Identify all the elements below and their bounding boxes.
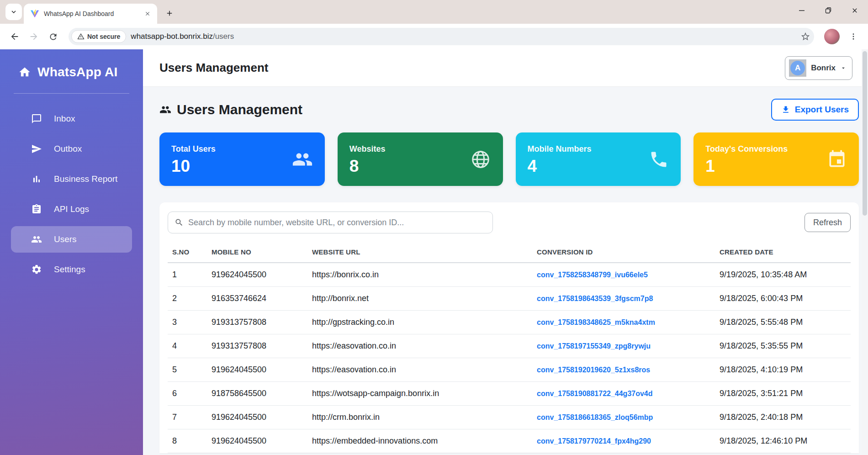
send-icon (31, 143, 42, 154)
globe-icon (470, 149, 491, 170)
close-window-button[interactable] (842, 0, 868, 21)
col-header-website: WEBSITE URL (307, 243, 532, 263)
conversion-link[interactable]: conv_1758198348625_m5kna4xtm (537, 318, 655, 326)
cell-created: 9/18/2025, 12:46:10 PM (715, 429, 851, 453)
table-row: 7 919624045500 http://crm.bonrix.in conv… (168, 405, 851, 429)
tab-search-button[interactable] (5, 4, 22, 20)
tab-close-icon[interactable] (143, 9, 153, 19)
cell-created: 9/18/2025, 3:51:21 PM (715, 381, 851, 405)
browser-toolbar: Not secure whatsapp-bot.bonrix.biz/users (0, 24, 868, 49)
scrollbar-thumb[interactable] (863, 51, 867, 216)
url-host: whatsapp-bot.bonrix.biz (131, 32, 213, 41)
users-icon (31, 234, 42, 245)
conversion-link[interactable]: conv_1758258348799_ivu66ele5 (537, 271, 648, 279)
search-row: Refresh (168, 212, 851, 233)
address-bar[interactable]: Not secure whatsapp-bot.bonrix.biz/users (69, 28, 814, 45)
stat-card-total-users: Total Users 10 (159, 132, 325, 186)
scrollbar[interactable] (862, 49, 868, 455)
users-table: S.NO MOBILE NO WEBSITE URL CONVERSION ID… (168, 243, 851, 453)
cell-mobile: 919624045500 (207, 429, 307, 453)
cell-conversion: conv_1758179770214_fpx4hg290 (532, 429, 715, 453)
cell-conversion: conv_1758197155349_zpg8rywju (532, 334, 715, 358)
table-row: 8 919624045500 https://embedded-innovati… (168, 429, 851, 453)
sidebar-item-inbox[interactable]: Inbox (11, 106, 132, 132)
table-row: 1 919624045500 https://bonrix.co.in conv… (168, 263, 851, 286)
conversion-link[interactable]: conv_1758186618365_zloq56mbp (537, 413, 653, 421)
browser-tab[interactable]: WhatsApp AI Dashboard (24, 4, 157, 24)
forward-button[interactable] (26, 28, 42, 45)
bookmark-star-icon[interactable] (800, 32, 810, 42)
bar-chart-icon (31, 174, 42, 185)
cell-website: http://gpstracking.co.in (307, 310, 532, 334)
search-input[interactable] (188, 218, 486, 228)
cell-conversion: conv_1758198348625_m5kna4xtm (532, 310, 715, 334)
users-icon (292, 149, 313, 170)
cell-mobile: 919313757808 (207, 334, 307, 358)
sidebar-item-outbox[interactable]: Outbox (11, 136, 132, 162)
user-menu-button[interactable]: A Bonrix (785, 56, 852, 80)
conversion-link[interactable]: conv_1758192019620_5z1xs8ros (537, 366, 650, 374)
cell-created: 9/18/2025, 5:55:48 PM (715, 310, 851, 334)
cell-conversion: conv_1758190881722_44g37ov4d (532, 381, 715, 405)
cell-mobile: 919624045500 (207, 358, 307, 381)
users-panel: Refresh S.NO MOBILE NO WEBSITE URL CONVE… (159, 202, 859, 453)
cell-mobile: 919624045500 (207, 263, 307, 286)
menu-dots-icon[interactable] (845, 28, 862, 45)
download-icon (781, 105, 790, 114)
sidebar-item-settings[interactable]: Settings (11, 256, 132, 283)
cell-sno: 2 (168, 286, 207, 310)
table-row: 2 916353746624 http://bonrix.net conv_17… (168, 286, 851, 310)
cell-website: https://easovation.co.in (307, 334, 532, 358)
cell-sno: 6 (168, 381, 207, 405)
cell-website: https://embedded-innovations.com (307, 429, 532, 453)
app-window: WhatsApp AI Inbox Outbox Business Report… (0, 49, 868, 455)
clipboard-icon (31, 204, 42, 215)
sidebar-item-users[interactable]: Users (11, 226, 132, 253)
export-users-label: Export Users (795, 105, 849, 115)
cell-created: 9/18/2025, 2:40:18 PM (715, 405, 851, 429)
conversion-link[interactable]: conv_1758197155349_zpg8rywju (537, 342, 651, 350)
cell-mobile: 918758645500 (207, 381, 307, 405)
cell-website: http://crm.bonrix.in (307, 405, 532, 429)
col-header-created: CREATED DATE (715, 243, 851, 263)
cell-mobile: 919624045500 (207, 405, 307, 429)
conversion-link[interactable]: conv_1758179770214_fpx4hg290 (537, 437, 651, 445)
stat-label: Total Users (171, 144, 216, 154)
not-secure-badge[interactable]: Not secure (71, 30, 126, 43)
caret-down-icon (840, 65, 847, 71)
export-users-button[interactable]: Export Users (771, 99, 859, 121)
section-title-text: Users Management (177, 102, 302, 117)
stat-value: 8 (349, 158, 386, 175)
cell-conversion: conv_1758198643539_3fgscm7p8 (532, 286, 715, 310)
back-button[interactable] (6, 28, 23, 45)
restore-button[interactable] (815, 0, 842, 21)
content-area: Users Management Export Users Total User… (143, 87, 868, 455)
cell-mobile: 919313757808 (207, 310, 307, 334)
stat-label: Websites (349, 144, 386, 154)
tab-title: WhatsApp AI Dashboard (44, 10, 138, 17)
refresh-button[interactable]: Refresh (804, 213, 851, 232)
stat-value: 1 (705, 158, 788, 175)
stat-label: Mobile Numbers (528, 144, 592, 154)
sidebar-divider (14, 93, 129, 94)
sidebar: WhatsApp AI Inbox Outbox Business Report… (0, 49, 143, 455)
cell-sno: 4 (168, 334, 207, 358)
sidebar-item-business-report[interactable]: Business Report (11, 166, 132, 192)
cell-sno: 7 (168, 405, 207, 429)
cell-sno: 1 (168, 263, 207, 286)
site-favicon (30, 9, 39, 18)
cell-sno: 8 (168, 429, 207, 453)
stat-card-mobile-numbers: Mobile Numbers 4 (516, 132, 681, 186)
minimize-button[interactable] (789, 0, 815, 21)
reload-button[interactable] (45, 28, 61, 45)
browser-profile-avatar[interactable] (824, 29, 840, 44)
new-tab-button[interactable] (162, 5, 177, 21)
sidebar-item-api-logs[interactable]: API Logs (11, 196, 132, 222)
section-title: Users Management (159, 102, 302, 117)
conversion-link[interactable]: conv_1758190881722_44g37ov4d (537, 390, 653, 397)
browser-titlebar: WhatsApp AI Dashboard (0, 0, 868, 24)
cell-created: 9/18/2025, 5:35:55 PM (715, 334, 851, 358)
conversion-link[interactable]: conv_1758198643539_3fgscm7p8 (537, 295, 653, 302)
search-icon (175, 218, 184, 227)
user-name: Bonrix (811, 63, 836, 73)
